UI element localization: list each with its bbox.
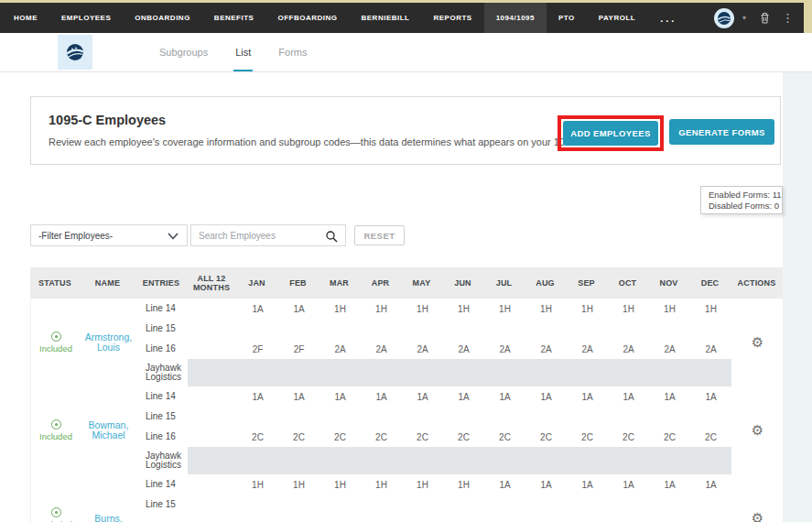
column-header-nov: NOV [648, 278, 689, 288]
column-header-mar: MAR [319, 278, 360, 288]
column-header-feb: FEB [277, 278, 319, 288]
employee-actions: ⚙ [731, 386, 784, 474]
included-status-icon [51, 332, 61, 342]
code-cell: 1A [361, 386, 402, 407]
generate-forms-button[interactable]: GENERATE FORMS [669, 119, 774, 145]
code-cell: 2C [608, 427, 649, 447]
name-line: Burns, [94, 514, 122, 522]
column-header-sep: SEP [566, 278, 607, 288]
code-cell: 2A [361, 339, 402, 359]
user-avatar[interactable] [714, 8, 734, 28]
tab-subgroups[interactable]: Subgroups [157, 33, 210, 71]
company-logo[interactable] [58, 35, 92, 70]
column-header-name: NAME [80, 278, 135, 288]
employee-status: Included [31, 386, 81, 474]
annotation-highlight: ADD EMPLOYEES [558, 115, 664, 151]
status-label: Included [39, 343, 72, 353]
nav-right-icons: ▾ ⋮ [714, 3, 812, 33]
tab-list[interactable]: List [233, 33, 253, 71]
subgroup-label: Jayhawk Logistics [136, 359, 188, 386]
nav-item-onboarding[interactable]: ONBOARDING [123, 3, 202, 33]
code-cell: 2C [525, 427, 567, 447]
add-employees-button[interactable]: ADD EMPLOYEES [563, 121, 658, 146]
subgroup-coverage-band [188, 447, 731, 474]
employees-table: STATUSNAMEENTRIESALL 12 MONTHSJANFEBMARA… [30, 267, 783, 522]
code-cell: 2F [278, 339, 319, 359]
employee-name-link[interactable]: Bowman,Michael [81, 386, 136, 474]
code-cell: 2A [690, 339, 731, 359]
code-cell: 1A [402, 386, 443, 407]
nav-overflow-menu[interactable]: ... [647, 3, 689, 33]
search-icon [325, 230, 338, 243]
search-employees-input[interactable]: Search Employees [190, 224, 346, 246]
code-cell: 2A [567, 339, 608, 359]
column-header-aug: AUG [525, 278, 566, 288]
gear-icon[interactable]: ⚙ [752, 512, 763, 522]
avatar-logo-icon [717, 11, 731, 26]
entry-label: Line 14 [136, 299, 188, 319]
code-cell: 1A [278, 299, 319, 319]
nav-item-1094-1095[interactable]: 1094/1095 [484, 3, 547, 33]
gear-icon[interactable]: ⚙ [752, 424, 763, 438]
window-right-edge [804, 0, 812, 33]
employee-name-link[interactable]: Armstrong,Louis [81, 299, 136, 386]
code-cell: 1A [237, 386, 278, 407]
column-header-status: STATUS [30, 278, 80, 288]
chevron-down-icon [168, 233, 179, 240]
entry-label: Line 16 [136, 339, 188, 359]
nav-item-home[interactable]: HOME [2, 3, 49, 33]
employee-row: IncludedArmstrong,LouisLine 141A1A1H1H1H… [30, 299, 783, 386]
code-cell: 1A [443, 386, 484, 407]
filter-employees-dropdown[interactable]: -Filter Employees- [30, 224, 188, 246]
column-header-actions: ACTIONS [731, 278, 783, 288]
code-cell: 1A [690, 474, 731, 495]
employee-row: IncludedBurns,Line 141H1H1H1H1H1H1A1A1A1… [30, 474, 783, 522]
nav-item-employees[interactable]: EMPLOYEES [49, 3, 123, 33]
kebab-menu-icon[interactable]: ⋮ [782, 11, 794, 25]
code-cell: 1A [484, 474, 525, 495]
employee-status: Included [31, 474, 81, 522]
code-cell: 2C [690, 427, 731, 447]
code-cell: 1H [361, 299, 402, 319]
column-header-apr: APR [360, 278, 401, 288]
gear-icon[interactable]: ⚙ [752, 336, 763, 350]
avatar-caret-icon[interactable]: ▾ [742, 14, 746, 22]
code-cell: 1A [278, 386, 319, 407]
nav-item-reports[interactable]: REPORTS [421, 3, 483, 33]
nav-item-berniebill[interactable]: BERNIEBILL [349, 3, 421, 33]
window-top-edge [0, 0, 812, 3]
code-cell: 1H [567, 299, 608, 319]
disabled-forms-count: Disabled Forms: 0 [709, 201, 782, 212]
page-description: Review each employee's coverage informat… [49, 136, 607, 147]
code-cell: 1A [484, 386, 525, 407]
code-cell: 2A [608, 339, 649, 359]
code-cell: 1H [443, 299, 484, 319]
employee-actions: ⚙ [731, 299, 784, 386]
code-cell: 1H [608, 299, 649, 319]
entry-label: Line 14 [136, 474, 188, 495]
code-cell: 1A [567, 474, 608, 495]
code-cell: 2A [443, 339, 484, 359]
employee-name-link[interactable]: Burns, [81, 474, 136, 522]
nav-item-pto[interactable]: PTO [547, 3, 587, 33]
code-cell: 1A [608, 386, 649, 407]
code-cell: 2A [525, 339, 567, 359]
code-cell: 2C [278, 427, 319, 447]
entry-label: Line 15 [136, 319, 188, 339]
column-header-jun: JUN [442, 278, 483, 288]
trash-icon[interactable] [760, 12, 770, 24]
code-cell: 2C [649, 427, 690, 447]
code-cell: 2C [567, 427, 608, 447]
entry-label: Line 15 [136, 495, 188, 515]
page-title: 1095-C Employees [49, 113, 166, 127]
nav-item-benefits[interactable]: BENEFITS [202, 3, 266, 33]
reset-button[interactable]: RESET [354, 225, 405, 245]
column-header-may: MAY [401, 278, 442, 288]
tab-forms[interactable]: Forms [276, 33, 309, 71]
code-cell: 1A [237, 299, 278, 319]
code-cell: 2C [484, 427, 525, 447]
nav-item-offboarding[interactable]: OFFBOARDING [265, 3, 349, 33]
entry-label: Line 14 [136, 386, 188, 407]
nav-item-payroll[interactable]: PAYROLL [587, 3, 647, 33]
code-cell: 1H [237, 474, 278, 495]
